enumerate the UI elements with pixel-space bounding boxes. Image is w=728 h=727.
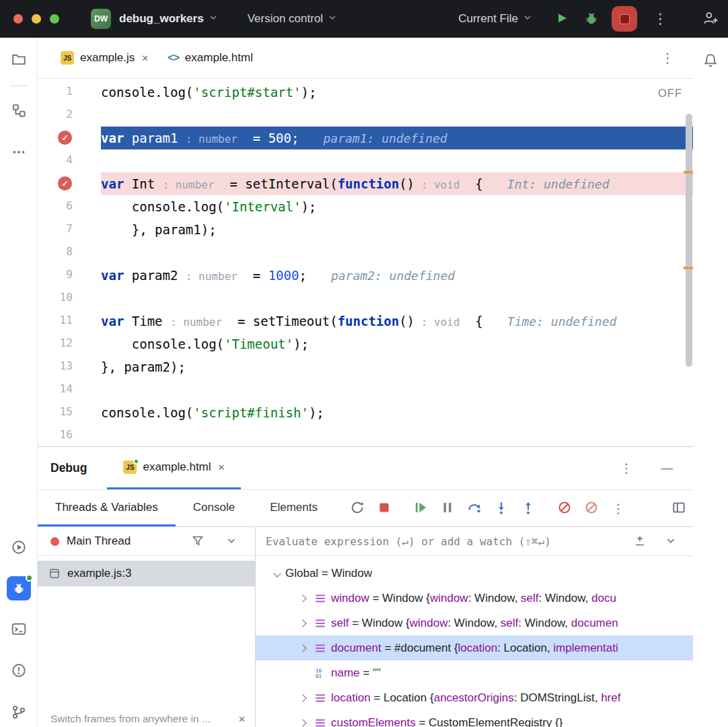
macos-close-button[interactable] [13,14,23,24]
stop-button[interactable] [612,6,637,32]
variable-row[interactable]: 1001name = "" [256,660,693,685]
tab-threads-variables[interactable]: Threads & Variables [38,490,176,526]
debug-tool-window-button[interactable] [7,576,31,600]
code-editor[interactable]: 12✓4✓678910111213141516 console.log('scr… [38,79,693,446]
thread-selector[interactable]: Main Thread [38,527,255,556]
line-number: 11 [60,314,73,326]
chevron-right-icon[interactable] [299,644,306,652]
thread-dropdown-button[interactable] [223,532,240,550]
notifications-button[interactable] [702,53,719,71]
rerun-button[interactable] [349,499,366,517]
running-indicator-dot [133,458,139,464]
code-line[interactable] [101,149,693,172]
project-name[interactable]: debug_workers [119,12,204,26]
code-line[interactable]: console.log('script#finish'); [101,401,693,424]
code-line[interactable]: var param1 : number = 500;param1: undefi… [101,127,693,149]
code-line[interactable]: }, param1); [101,218,693,241]
code-line[interactable]: console.log('Interval'); [101,195,693,218]
filter-frames-button[interactable] [189,532,207,550]
tab-label: example.html [185,51,253,65]
terminal-tool-button[interactable] [11,621,27,639]
breakpoint-icon[interactable]: ✓ [58,176,72,191]
view-breakpoints-button[interactable] [556,499,573,517]
variable-row[interactable]: location = Location {ancestorOrigins: DO… [256,685,693,710]
toolbar-more-button[interactable]: ⋮ [610,499,627,517]
breakpoint-icon[interactable]: ✓ [58,131,72,145]
code-line[interactable]: }, param2); [101,355,693,378]
vcs-widget[interactable]: Version control [248,12,323,26]
scrollbar-mark[interactable] [684,267,693,269]
code-line[interactable] [101,378,693,401]
ide-window: DW debug_workers Version control Current… [0,0,728,727]
code-line[interactable] [101,287,693,310]
structure-tool-button[interactable] [11,102,27,120]
step-out-icon [521,500,536,517]
project-badge[interactable]: DW [91,9,111,29]
code-line[interactable] [101,424,693,446]
close-icon[interactable]: ✕ [141,53,149,63]
debug-options-button[interactable]: ⋮ [618,460,635,477]
bell-icon [702,61,719,71]
debug-panel-title: Debug [50,461,87,475]
pause-button[interactable] [439,499,456,517]
step-over-button[interactable] [466,499,483,517]
code-line[interactable] [101,104,693,127]
strip-divider [10,85,28,86]
step-out-button[interactable] [519,499,537,517]
add-user-button[interactable] [702,10,719,28]
titlebar-more-button[interactable]: ⋮ [653,11,667,27]
watches-dropdown-button[interactable] [662,532,680,550]
variable-row[interactable]: document = #document {location: Location… [256,635,693,660]
run-button[interactable] [550,7,574,31]
tab-options-button[interactable]: ⋮ [661,50,693,66]
macos-zoom-button[interactable] [50,14,59,24]
code-line[interactable]: console.log('Timeout'); [101,333,693,355]
run-tool-window-button[interactable] [11,539,27,557]
run-configuration-widget[interactable]: Current File [458,12,518,26]
variable-row[interactable]: window = Window {window: Window, self: W… [256,586,693,611]
tab-example-html[interactable]: <> example.html [158,38,262,78]
chevron-right-icon[interactable] [299,694,306,701]
debug-button[interactable] [579,7,604,31]
more-tool-windows-button[interactable] [11,144,27,162]
project-tool-button[interactable] [11,51,27,69]
scrollbar-mark[interactable] [684,171,693,174]
mute-breakpoints-button[interactable] [583,499,600,517]
evaluate-expression-field[interactable]: Evaluate expression (↵) or add a watch (… [256,527,693,556]
step-into-button[interactable] [493,499,510,517]
git-tool-button[interactable] [11,704,27,722]
chevron-right-icon[interactable] [299,594,306,602]
debug-session-tab[interactable]: JS example.html ✕ [107,447,241,489]
chevron-right-icon[interactable] [299,719,306,726]
primitive-icon: 1001 [314,667,327,679]
frame-row[interactable]: example.js:3 [38,561,255,586]
resume-button[interactable] [412,499,429,517]
code-line[interactable]: var Time : number = setTimeout(function(… [101,310,693,333]
code-line[interactable]: var Int : number = setInterval(function(… [101,172,693,195]
close-icon[interactable]: ✕ [238,714,246,724]
inline-debug-value: param1: undefined [323,131,447,145]
variable-row[interactable]: customElements = CustomElementRegistry {… [256,710,693,727]
editor-scrollbar[interactable] [686,114,692,367]
macos-minimize-button[interactable] [32,14,41,24]
problems-tool-button[interactable] [11,662,27,681]
debug-header: Debug JS example.html ✕ ⋮ — [38,447,693,490]
tab-console[interactable]: Console [176,490,252,526]
variable-row[interactable]: self = Window {window: Window, self: Win… [256,611,693,635]
stop-session-button[interactable] [375,499,393,517]
code-line[interactable]: var param2 : number = 1000;param2: undef… [101,264,693,287]
add-watch-button[interactable] [631,532,649,550]
hide-panel-button[interactable]: — [658,460,676,477]
code-line[interactable]: console.log('script#start'); [101,81,693,104]
chevron-down-icon [209,13,218,25]
tab-example-js[interactable]: JS example.js ✕ [51,38,158,78]
close-icon[interactable]: ✕ [218,462,225,473]
chevron-down-icon[interactable] [273,569,281,577]
chevron-right-icon[interactable] [299,619,306,627]
thread-status-dot [50,537,59,546]
tab-elements[interactable]: Elements [252,490,335,526]
layout-settings-button[interactable] [676,499,693,517]
line-number: 4 [66,153,73,166]
code-line[interactable] [101,241,693,264]
variable-row[interactable]: Global = Window [256,561,693,586]
